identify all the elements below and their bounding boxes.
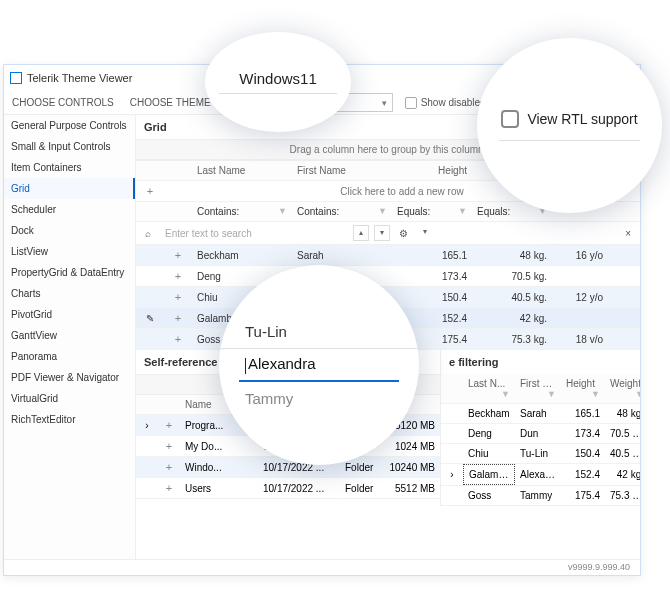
version-label: v9999.9.999.40	[568, 562, 630, 572]
chevron-down-icon[interactable]: ▾	[417, 225, 433, 241]
search-down-button[interactable]: ▾	[374, 225, 390, 241]
table-row[interactable]: + Beckham Sarah 165.1 48 kg. 16 y/o	[136, 245, 640, 266]
funnel-icon: ▼	[378, 206, 387, 216]
table-row[interactable]: Beckham Sarah 165.1 48 kg. 16 y/o	[441, 404, 640, 424]
gear-icon[interactable]: ⚙	[395, 228, 412, 239]
search-icon: ⌕	[141, 228, 155, 239]
search-up-button[interactable]: ▴	[353, 225, 369, 241]
funnel-icon: ▼	[591, 389, 600, 399]
table-row[interactable]: + Deng 173.4 70.5 kg.	[136, 266, 640, 287]
show-disabled-checkbox[interactable]	[405, 97, 417, 109]
zoom-lens-edit: Tu-Lin Alexandra Tammy	[219, 265, 419, 465]
search-input[interactable]: Enter text to search	[160, 226, 348, 241]
sidebar: General Purpose Controls Small & Input C…	[4, 115, 136, 559]
funnel-icon: ▼	[501, 389, 510, 399]
zoom-lens-theme: Windows11	[205, 32, 351, 132]
sidebar-item-pivotgrid[interactable]: PivotGrid	[4, 304, 135, 325]
funnel-icon: ▼	[278, 206, 287, 216]
sidebar-item-propertygrid[interactable]: PropertyGrid & DataEntry	[4, 262, 135, 283]
expand-icon[interactable]: ›	[136, 416, 158, 435]
rtl-checkbox-zoom[interactable]	[501, 110, 519, 128]
filter-firstname[interactable]: Contains:▼	[292, 202, 392, 221]
filter-height[interactable]: Equals:▼	[392, 202, 472, 221]
sidebar-item-panorama[interactable]: Panorama	[4, 346, 135, 367]
sidebar-item-charts[interactable]: Charts	[4, 283, 135, 304]
sidebar-item-general[interactable]: General Purpose Controls	[4, 115, 135, 136]
table-row-selected[interactable]: › Galambos Alexandra 152.4 42 kg.	[441, 464, 640, 486]
table-row[interactable]: Goss Tammy 175.4 75.3 kg. 18 y/o	[441, 486, 640, 506]
sidebar-item-virtualgrid[interactable]: VirtualGrid	[4, 388, 135, 409]
window-title: Telerik Theme Viewer	[27, 72, 132, 84]
search-row: ⌕ Enter text to search ▴ ▾ ⚙ ▾ ×	[136, 222, 640, 245]
table-row[interactable]: Deng Dun 173.4 70.5 kg.	[441, 424, 640, 444]
choose-controls-tab[interactable]: CHOOSE CONTROLS	[4, 91, 122, 114]
clear-search-icon[interactable]: ×	[621, 228, 635, 239]
funnel-icon: ▼	[547, 389, 556, 399]
app-icon	[10, 72, 22, 84]
sidebar-item-pdfviewer[interactable]: PDF Viewer & Navigator	[4, 367, 135, 388]
chevron-down-icon: ▾	[382, 98, 387, 108]
table-row[interactable]: Chiu Tu-Lin 150.4 40.5 kg. 12 y/o	[441, 444, 640, 464]
col-height[interactable]: Height	[392, 161, 472, 180]
zoom-row-editing[interactable]: Alexandra	[239, 349, 399, 381]
table-row[interactable]: + Users 10/17/2022 ... Folder 5512 MB	[136, 478, 440, 499]
sidebar-item-richtexteditor[interactable]: RichTextEditor	[4, 409, 135, 430]
filter-lastname[interactable]: Contains:▼	[192, 202, 292, 221]
funnel-icon: ▼	[458, 206, 467, 216]
funnel-icon: ▼	[635, 389, 640, 399]
sidebar-item-small-input[interactable]: Small & Input Controls	[4, 136, 135, 157]
sidebar-item-ganttview[interactable]: GanttView	[4, 325, 135, 346]
sidebar-item-scheduler[interactable]: Scheduler	[4, 199, 135, 220]
plus-icon: +	[136, 181, 164, 201]
sidebar-item-dock[interactable]: Dock	[4, 220, 135, 241]
choose-theme-tab[interactable]: CHOOSE THEME	[122, 91, 219, 114]
zoom-lens-rtl: View RTL support	[477, 38, 662, 213]
zoom-row-above: Tu-Lin	[219, 315, 419, 348]
status-bar: v9999.9.999.40	[4, 559, 640, 575]
col-lastname[interactable]: Last Name	[192, 161, 292, 180]
filtering-grid-title: e filtering	[441, 350, 640, 374]
zoom-row-below: Tammy	[219, 382, 419, 415]
sidebar-item-listview[interactable]: ListView	[4, 241, 135, 262]
grid3-header: Last N...▼ First N...▼ Height▼ Weight▼ A…	[441, 374, 640, 404]
zoom-theme-value: Windows11	[205, 70, 351, 93]
sidebar-item-item-containers[interactable]: Item Containers	[4, 157, 135, 178]
pencil-icon: ✎	[136, 309, 164, 328]
rtl-label-zoom: View RTL support	[527, 111, 637, 127]
row-indicator-icon: ›	[441, 465, 463, 484]
sidebar-item-grid[interactable]: Grid	[4, 178, 135, 199]
col-firstname[interactable]: First Name	[292, 161, 392, 180]
